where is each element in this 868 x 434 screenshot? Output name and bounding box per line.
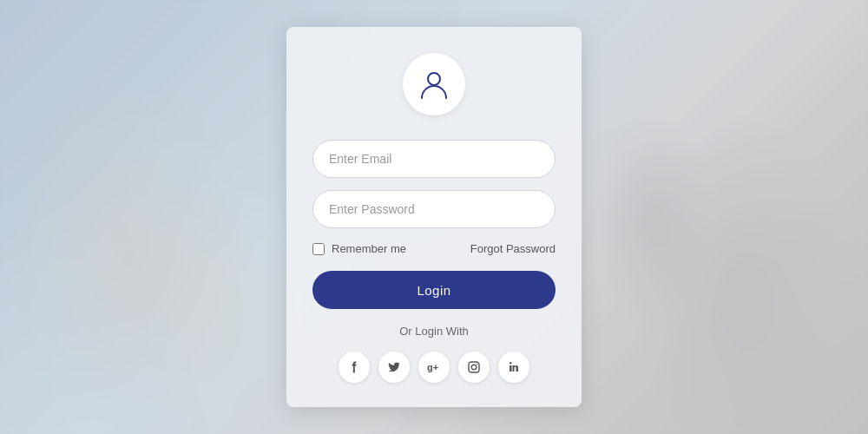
login-button[interactable]: Login xyxy=(312,271,556,309)
instagram-button[interactable] xyxy=(458,352,490,383)
twitter-icon xyxy=(388,361,400,373)
forgot-password-link[interactable]: Forgot Password xyxy=(470,242,556,255)
facebook-button[interactable] xyxy=(339,352,370,383)
svg-point-0 xyxy=(428,73,440,85)
google-button[interactable]: g+ xyxy=(418,352,450,383)
google-icon: g+ xyxy=(427,361,441,373)
remember-me-text: Remember me xyxy=(332,242,406,255)
user-icon xyxy=(418,68,450,101)
avatar-circle xyxy=(403,53,465,115)
options-row: Remember me Forgot Password xyxy=(312,242,556,255)
twitter-button[interactable] xyxy=(378,352,410,383)
social-icons-row: g+ xyxy=(339,352,529,383)
password-input[interactable] xyxy=(312,190,556,228)
instagram-icon xyxy=(468,361,480,373)
remember-me-checkbox[interactable] xyxy=(312,243,325,255)
svg-point-3 xyxy=(471,365,477,370)
svg-rect-2 xyxy=(469,362,479,372)
email-input[interactable] xyxy=(312,140,556,178)
login-card: Remember me Forgot Password Login Or Log… xyxy=(286,27,582,407)
remember-me-label[interactable]: Remember me xyxy=(312,242,406,255)
or-login-text: Or Login With xyxy=(399,325,468,338)
linkedin-button[interactable] xyxy=(498,352,529,383)
svg-point-4 xyxy=(477,364,478,365)
facebook-icon xyxy=(348,361,360,373)
svg-text:g+: g+ xyxy=(427,362,438,372)
linkedin-icon xyxy=(508,361,520,373)
